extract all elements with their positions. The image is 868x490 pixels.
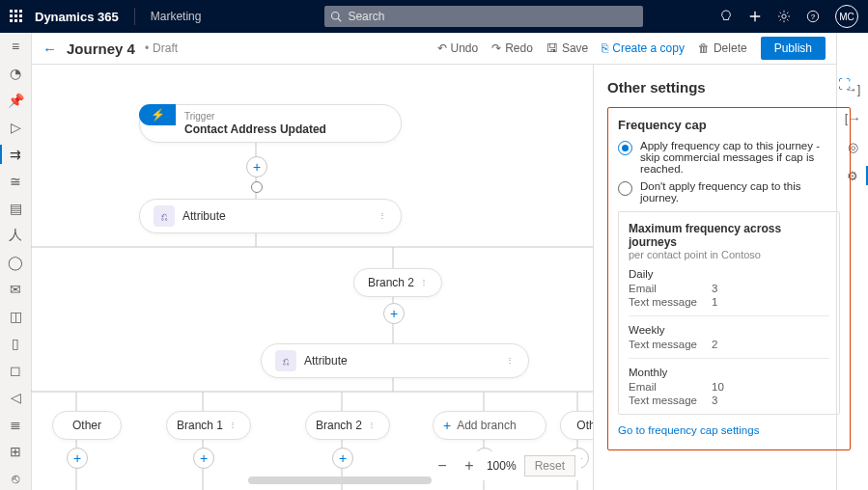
- trigger-node[interactable]: ⚡ Trigger Contact Address Updated: [139, 104, 402, 143]
- add-branch-button[interactable]: +Add branch: [433, 411, 546, 440]
- monthly-label: Monthly: [629, 367, 829, 378]
- connector-node: [251, 181, 263, 193]
- product-name: Marketing: [151, 10, 202, 23]
- journey-status: Draft: [145, 41, 178, 55]
- undo-button[interactable]: ↶ Undo: [437, 41, 479, 55]
- frequency-cap-section: Frequency cap Apply frequency cap to thi…: [607, 107, 851, 450]
- journey-title: Journey 4: [67, 41, 135, 57]
- frequency-cap-settings-link[interactable]: Go to frequency cap settings: [618, 424, 840, 436]
- save-button[interactable]: 🖫 Save: [546, 41, 588, 55]
- zoom-out-button[interactable]: −: [433, 456, 452, 476]
- svg-point-2: [782, 14, 786, 18]
- mail-icon[interactable]: ✉: [8, 282, 23, 297]
- zoom-reset-button[interactable]: Reset: [524, 455, 575, 476]
- back-button[interactable]: ←: [42, 41, 57, 57]
- add-step-button[interactable]: +: [67, 448, 88, 469]
- node-menu-icon[interactable]: ⋮: [368, 422, 376, 429]
- app-launcher-icon[interactable]: [10, 10, 23, 23]
- play-icon[interactable]: ▷: [8, 120, 23, 135]
- contacts-icon[interactable]: 人: [8, 228, 23, 243]
- node-menu-icon[interactable]: ⋮: [378, 212, 387, 220]
- horizontal-scrollbar[interactable]: [248, 476, 432, 484]
- radio-skip-cap[interactable]: Don't apply frequency cap to this journe…: [618, 180, 840, 204]
- settings-panel: Other settings ⛶ Frequency cap Apply fre…: [593, 64, 864, 490]
- zoom-value: 100%: [487, 459, 517, 473]
- redo-button[interactable]: ↷ Redo: [491, 41, 533, 55]
- gear-icon[interactable]: [777, 10, 791, 23]
- svg-line-1: [339, 18, 342, 21]
- trigger-icon: ⚡: [139, 104, 176, 125]
- apps-icon[interactable]: ⊞: [8, 444, 23, 459]
- radio-icon: [618, 141, 632, 155]
- add-step-button[interactable]: +: [246, 156, 267, 177]
- attribute-icon: ⎌: [275, 350, 296, 371]
- trigger-label: Trigger: [184, 111, 326, 122]
- svg-point-0: [332, 13, 340, 20]
- link-icon[interactable]: ⎋: [8, 471, 23, 486]
- weekly-label: Weekly: [629, 324, 829, 336]
- add-icon[interactable]: [748, 10, 762, 23]
- radio-apply-cap[interactable]: Apply frequency cap to this journey - sk…: [618, 140, 840, 175]
- other-branch-node[interactable]: Oth: [560, 411, 593, 440]
- daily-label: Daily: [629, 268, 829, 280]
- back-icon[interactable]: ◁: [8, 390, 23, 405]
- search-placeholder: Search: [348, 10, 384, 23]
- left-nav-rail: ≡ ◔ 📌 ▷ ⇉ ≅ ▤ 人 ◯ ✉ ◫ ▯ ◻ ◁ ≣ ⊞ ⎋ RM: [0, 33, 32, 490]
- branch-node[interactable]: Branch 1⋮: [166, 411, 251, 440]
- panel-title: Other settings: [607, 79, 851, 95]
- attribute-node[interactable]: ⎌ Attribute ⋮: [261, 343, 529, 378]
- max-frequency-title: Maximum frequency across journeys: [629, 222, 829, 249]
- search-icon: [330, 11, 342, 22]
- journey-canvas[interactable]: ⚡ Trigger Contact Address Updated + ⎌ At…: [31, 64, 593, 490]
- node-menu-icon[interactable]: ⋮: [229, 422, 237, 429]
- other-branch-node[interactable]: Other: [52, 411, 122, 440]
- delete-button[interactable]: 🗑 Delete: [698, 41, 747, 55]
- notification-icon[interactable]: ◫: [8, 309, 23, 324]
- zoom-controls: − + 100% Reset: [427, 451, 581, 480]
- help-icon[interactable]: ?: [806, 10, 820, 23]
- attribute-icon: ⎌: [154, 205, 175, 227]
- add-step-button[interactable]: +: [332, 448, 353, 469]
- divider: [134, 8, 135, 25]
- chart-icon[interactable]: ▤: [8, 201, 23, 216]
- hamburger-icon[interactable]: ≡: [8, 39, 23, 54]
- branch-node[interactable]: Branch 2 ⋮: [353, 268, 442, 297]
- analytics-icon[interactable]: ≅: [8, 174, 23, 189]
- radio-icon: [618, 181, 632, 196]
- attribute-node[interactable]: ⎌ Attribute ⋮: [139, 199, 402, 233]
- node-menu-icon[interactable]: ⋮: [506, 357, 515, 365]
- frequency-cap-title: Frequency cap: [618, 118, 840, 132]
- max-frequency-subtitle: per contact point in Contoso: [629, 249, 829, 260]
- node-menu-icon[interactable]: ⋮: [420, 279, 428, 286]
- create-copy-button[interactable]: ⎘ Create a copy: [602, 41, 685, 55]
- globe-icon[interactable]: ◯: [8, 255, 23, 270]
- recent-icon[interactable]: ◔: [8, 66, 23, 81]
- chat-icon[interactable]: ◻: [8, 363, 23, 378]
- branch-node[interactable]: Branch 2⋮: [305, 411, 390, 440]
- lightbulb-icon[interactable]: [719, 10, 733, 23]
- search-input[interactable]: Search: [324, 6, 643, 27]
- publish-button[interactable]: Publish: [761, 37, 826, 60]
- popout-icon[interactable]: ⛶: [838, 77, 851, 92]
- avatar[interactable]: MC: [835, 5, 858, 28]
- phone-icon[interactable]: ▯: [8, 336, 23, 351]
- attribute-label: Attribute: [304, 354, 348, 368]
- add-step-button[interactable]: +: [383, 303, 405, 324]
- pin-icon[interactable]: 📌: [8, 93, 23, 108]
- journeys-icon[interactable]: ⇉: [8, 147, 23, 162]
- add-step-button[interactable]: +: [193, 448, 214, 469]
- attribute-label: Attribute: [182, 209, 226, 223]
- brand-name: Dynamics 365: [35, 10, 119, 24]
- library-icon[interactable]: ≣: [8, 417, 23, 432]
- zoom-in-button[interactable]: +: [460, 456, 479, 476]
- max-frequency-box: Maximum frequency across journeys per co…: [618, 211, 840, 415]
- trigger-name: Contact Address Updated: [184, 122, 326, 136]
- svg-text:?: ?: [811, 13, 816, 21]
